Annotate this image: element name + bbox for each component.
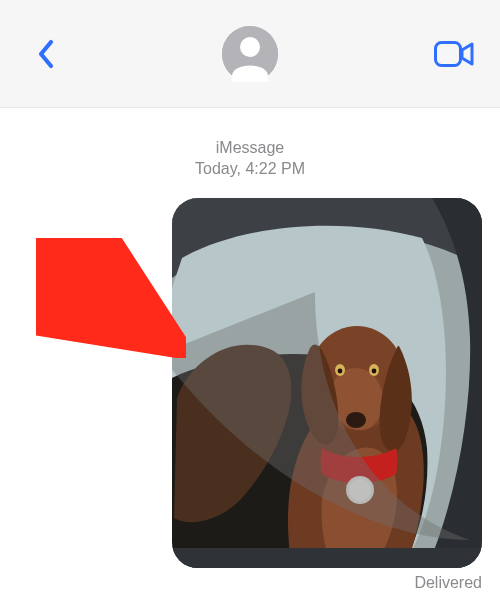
message-thread: iMessage Today, 4:22 PM [0, 108, 500, 592]
svg-rect-2 [436, 42, 461, 65]
timestamp-time: 4:22 PM [245, 160, 305, 177]
svg-point-5 [346, 412, 366, 428]
thread-meta: iMessage Today, 4:22 PM [0, 138, 500, 180]
svg-point-1 [240, 37, 260, 57]
back-button[interactable] [26, 34, 66, 74]
chevron-left-icon [37, 39, 55, 69]
svg-point-8 [338, 368, 343, 373]
photo-content-icon [172, 198, 482, 568]
delivery-status: Delivered [0, 574, 500, 592]
sent-photo-attachment[interactable] [172, 198, 482, 568]
outgoing-message-row [0, 198, 500, 568]
video-camera-icon [434, 41, 474, 67]
contact-avatar[interactable] [222, 26, 278, 82]
service-label: iMessage [0, 138, 500, 159]
svg-point-9 [372, 368, 377, 373]
facetime-button[interactable] [434, 34, 474, 74]
conversation-header [0, 0, 500, 108]
person-icon [222, 26, 278, 82]
timestamp-prefix: Today, [195, 160, 241, 177]
svg-point-11 [349, 479, 371, 501]
